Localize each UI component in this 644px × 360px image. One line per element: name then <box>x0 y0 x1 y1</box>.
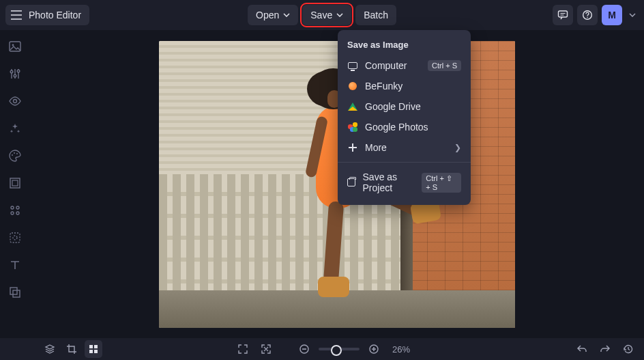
image-tool-icon[interactable] <box>8 40 22 53</box>
save-photos-item[interactable]: Google Photos <box>338 117 471 137</box>
grid-view-button[interactable] <box>85 340 102 358</box>
fullscreen-button[interactable] <box>234 340 252 358</box>
project-icon <box>347 177 356 188</box>
canvas-area[interactable] <box>30 30 644 338</box>
svg-rect-24 <box>89 350 93 353</box>
grid-icon <box>88 344 99 355</box>
save-label: Save <box>310 10 332 20</box>
save-project-item[interactable]: Save as Project Ctrl + ⇧ + S <box>338 167 471 198</box>
ai-tool-icon[interactable] <box>8 122 22 135</box>
fullscreen-icon <box>237 344 248 355</box>
save-computer-item[interactable]: Computer Ctrl + S <box>338 55 471 76</box>
svg-point-15 <box>16 206 19 209</box>
app-title: Photo Editor <box>29 10 81 20</box>
zoom-slider[interactable] <box>319 348 360 350</box>
help-icon <box>582 10 593 20</box>
open-label: Open <box>256 10 279 20</box>
svg-rect-22 <box>89 345 93 348</box>
help-button[interactable] <box>577 5 598 25</box>
svg-point-16 <box>11 212 14 214</box>
save-computer-shortcut: Ctrl + S <box>428 60 461 71</box>
eye-tool-icon[interactable] <box>8 94 22 108</box>
svg-point-4 <box>12 44 14 46</box>
save-befunky-item[interactable]: BeFunky <box>338 76 471 96</box>
batch-label: Batch <box>364 10 388 20</box>
batch-button[interactable]: Batch <box>355 5 396 25</box>
texture-tool-icon[interactable] <box>8 231 22 245</box>
crop-icon <box>66 344 77 355</box>
app-title-button[interactable]: Photo Editor <box>5 5 89 25</box>
svg-point-11 <box>16 153 18 154</box>
tool-rail <box>0 30 30 338</box>
zoom-in-icon <box>368 344 379 355</box>
zoom-out-icon <box>299 344 310 355</box>
svg-rect-25 <box>94 350 98 353</box>
save-button[interactable]: Save <box>302 5 351 25</box>
svg-point-19 <box>13 236 17 240</box>
svg-point-8 <box>14 100 17 103</box>
svg-point-6 <box>14 74 16 77</box>
svg-point-9 <box>12 154 13 156</box>
save-dropdown-header: Save as Image <box>338 37 471 55</box>
svg-rect-3 <box>10 42 20 51</box>
svg-point-5 <box>10 70 13 73</box>
save-project-label: Save as Project <box>363 171 415 193</box>
zoom-value: 26% <box>392 344 410 355</box>
zoom-in-button[interactable] <box>365 340 383 358</box>
account-chevron-icon[interactable] <box>626 13 639 17</box>
avatar-letter: M <box>608 10 616 20</box>
redo-button[interactable] <box>596 340 614 358</box>
overlay-tool-icon[interactable] <box>8 286 22 299</box>
hamburger-icon <box>11 10 22 20</box>
undo-icon <box>576 344 587 355</box>
feedback-button[interactable] <box>553 5 573 25</box>
bottom-bar: 26% <box>0 338 644 360</box>
chevron-down-icon <box>283 13 290 17</box>
crop-button[interactable] <box>63 340 80 358</box>
chat-icon <box>557 10 568 20</box>
svg-rect-20 <box>10 288 17 294</box>
svg-rect-0 <box>559 11 568 17</box>
history-button[interactable] <box>619 340 637 358</box>
save-photos-label: Google Photos <box>365 122 428 133</box>
svg-rect-12 <box>10 178 20 188</box>
befunky-icon <box>347 81 358 92</box>
svg-point-14 <box>11 206 14 209</box>
chevron-down-icon <box>336 13 343 17</box>
svg-point-7 <box>17 70 20 72</box>
zoom-out-button[interactable] <box>295 340 313 358</box>
save-project-shortcut: Ctrl + ⇧ + S <box>422 173 461 193</box>
layers-button[interactable] <box>41 340 59 358</box>
redo-icon <box>600 344 611 355</box>
google-drive-icon <box>347 101 358 112</box>
computer-icon <box>347 60 358 71</box>
dropdown-separator <box>338 162 471 163</box>
svg-rect-18 <box>10 233 20 243</box>
save-befunky-label: BeFunky <box>365 81 402 92</box>
plus-icon <box>347 142 358 153</box>
avatar[interactable]: M <box>602 5 622 25</box>
undo-button[interactable] <box>573 340 591 358</box>
adjust-tool-icon[interactable] <box>8 67 22 81</box>
save-dropdown: Save as Image Computer Ctrl + S BeFunky … <box>338 30 471 205</box>
open-button[interactable]: Open <box>248 5 298 25</box>
svg-point-10 <box>14 152 15 154</box>
save-drive-item[interactable]: Google Drive <box>338 96 471 117</box>
fit-icon <box>261 344 272 355</box>
svg-rect-23 <box>94 345 98 348</box>
fit-button[interactable] <box>257 340 275 358</box>
frame-tool-icon[interactable] <box>8 176 22 190</box>
save-more-item[interactable]: More ❯ <box>338 137 471 158</box>
text-tool-icon[interactable] <box>8 258 22 272</box>
google-photos-icon <box>347 122 358 133</box>
svg-rect-13 <box>12 180 18 186</box>
grid-tool-icon[interactable] <box>8 204 22 217</box>
svg-point-2 <box>587 17 588 18</box>
layers-icon <box>44 344 55 355</box>
chevron-right-icon: ❯ <box>454 143 461 152</box>
art-tool-icon[interactable] <box>8 149 22 163</box>
svg-point-17 <box>16 212 19 214</box>
svg-rect-21 <box>13 290 20 297</box>
top-bar: Photo Editor Open Save Batch <box>0 0 644 30</box>
save-more-label: More <box>365 142 387 153</box>
